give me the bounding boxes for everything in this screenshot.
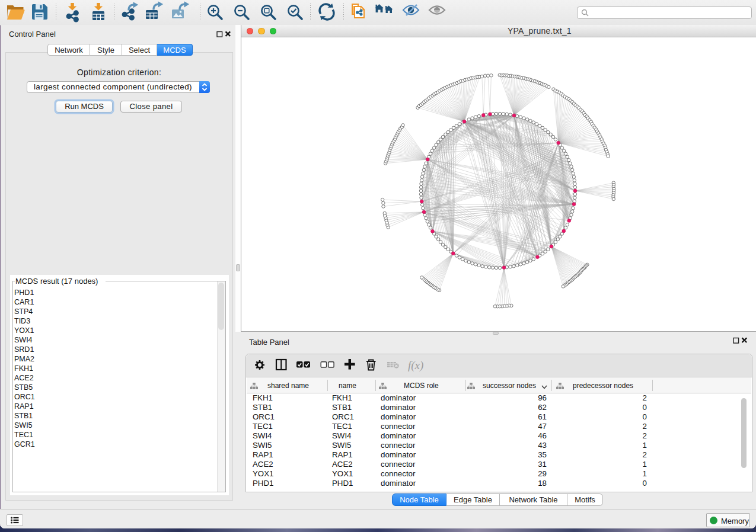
svg-text:f(x): f(x) <box>408 359 423 372</box>
